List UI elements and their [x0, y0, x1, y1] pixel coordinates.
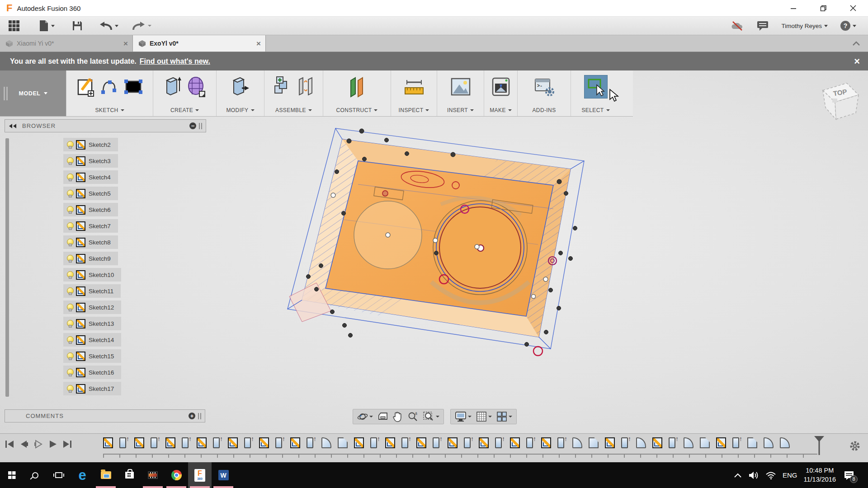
timeline-feature-icon[interactable] — [182, 437, 189, 448]
taskbar-item[interactable] — [24, 462, 47, 488]
form-icon[interactable] — [187, 76, 206, 98]
timeline-feature-icon[interactable] — [764, 437, 774, 448]
press-pull-icon[interactable] — [231, 76, 250, 98]
timeline-feature-icon[interactable] — [370, 437, 377, 448]
clock[interactable]: 10:48 PM 11/13/2016 — [804, 466, 836, 484]
action-center-button[interactable]: 8 — [842, 469, 856, 482]
timeline-feature-icon[interactable] — [165, 437, 175, 448]
timeline-position-marker[interactable] — [814, 436, 825, 457]
save-button[interactable] — [67, 17, 87, 35]
close-button[interactable] — [838, 0, 868, 16]
timeline-feature-icon[interactable] — [669, 437, 675, 448]
browser-sketch-row[interactable]: Sketch12 — [63, 300, 206, 314]
timeline-feature-icon[interactable] — [589, 437, 599, 448]
timeline-feature-icon[interactable] — [307, 437, 313, 448]
rectangle-sketch-icon[interactable] — [123, 78, 143, 96]
timeline-feature-icon[interactable] — [416, 437, 426, 448]
timeline-feature-icon[interactable] — [526, 437, 533, 448]
panel-grip[interactable] — [198, 413, 201, 419]
go-to-start-button[interactable] — [5, 439, 14, 449]
wifi-icon[interactable] — [765, 471, 776, 480]
taskbar-item[interactable] — [0, 462, 24, 488]
panel-grip[interactable] — [199, 123, 202, 129]
browser-header[interactable]: BROWSER − — [5, 119, 206, 132]
timeline-feature-icon[interactable] — [747, 437, 757, 448]
taskbar-item[interactable]: e — [71, 462, 94, 488]
tab-close-icon[interactable]: × — [256, 40, 261, 47]
user-account-button[interactable]: Timothy Reyes — [777, 23, 832, 29]
scripts-addins-icon[interactable]: >- — [533, 76, 555, 97]
visibility-bulb-icon[interactable] — [67, 352, 73, 360]
visibility-bulb-icon[interactable] — [67, 239, 73, 246]
browser-sketch-row[interactable]: Sketch8 — [63, 235, 206, 249]
joint-icon[interactable] — [297, 76, 315, 98]
timeline-feature-icon[interactable] — [290, 437, 300, 448]
undo-button[interactable] — [94, 17, 123, 35]
visibility-bulb-icon[interactable] — [67, 190, 73, 197]
volume-icon[interactable] — [748, 471, 759, 480]
browser-sketch-row[interactable]: Sketch3 — [63, 154, 206, 168]
browser-sketch-row[interactable]: Sketch4 — [63, 170, 206, 184]
go-to-end-button[interactable] — [62, 439, 72, 449]
play-button[interactable] — [48, 439, 58, 449]
grid-snap-button[interactable] — [475, 410, 493, 423]
3d-print-icon[interactable] — [491, 76, 511, 97]
insert-image-icon[interactable] — [450, 77, 471, 96]
taskbar-item[interactable] — [165, 462, 188, 488]
zoom-button[interactable]: ± — [406, 410, 420, 423]
whats-new-link[interactable]: Find out what's new. — [140, 57, 210, 66]
document-tab-xiaomi[interactable]: Xiaomi Yi v0* × — [0, 35, 133, 52]
fit-button[interactable] — [421, 410, 441, 423]
browser-sketch-row[interactable]: Sketch9 — [63, 252, 206, 265]
visibility-bulb-icon[interactable] — [67, 222, 73, 230]
restore-button[interactable] — [808, 0, 838, 16]
make-menu-button[interactable]: MAKE — [490, 107, 512, 113]
browser-sketch-row[interactable]: Sketch10 — [63, 268, 206, 282]
timeline-feature-icon[interactable] — [479, 437, 489, 448]
measure-icon[interactable] — [403, 77, 425, 97]
cad-model[interactable] — [288, 128, 584, 356]
construct-menu-button[interactable]: CONSTRUCT — [336, 107, 378, 113]
browser-sketch-row[interactable]: Sketch7 — [63, 219, 206, 233]
select-menu-button[interactable]: SELECT — [581, 107, 609, 113]
browser-collapse-icon[interactable]: − — [189, 122, 196, 129]
viewports-button[interactable] — [495, 410, 514, 423]
visibility-bulb-icon[interactable] — [67, 271, 73, 279]
app-grid-button[interactable] — [4, 17, 24, 35]
timeline-feature-icon[interactable] — [557, 437, 564, 448]
timeline-feature-icon[interactable] — [621, 437, 628, 448]
step-forward-button[interactable] — [33, 439, 43, 449]
browser-sketch-row[interactable]: Sketch5 — [63, 187, 206, 200]
timeline-feature-icon[interactable] — [652, 437, 662, 448]
timeline-feature-icon[interactable] — [700, 437, 710, 448]
timeline-feature-icon[interactable] — [433, 437, 439, 448]
timeline-feature-icon[interactable] — [197, 437, 207, 448]
workspace-selector[interactable]: MODEL — [0, 70, 66, 116]
create-menu-button[interactable]: CREATE — [170, 107, 199, 113]
timeline-feature-icon[interactable] — [119, 437, 126, 448]
comments-expand-icon[interactable]: + — [189, 413, 195, 419]
comments-header[interactable]: COMMENTS + — [5, 409, 205, 422]
extrude-icon[interactable] — [164, 76, 182, 98]
visibility-bulb-icon[interactable] — [67, 141, 73, 149]
browser-sketch-row[interactable]: Sketch16 — [63, 366, 206, 379]
timeline-feature-icon[interactable] — [495, 437, 502, 448]
browser-sketch-row[interactable]: Sketch15 — [63, 349, 206, 363]
create-sketch-icon[interactable] — [76, 76, 96, 97]
browser-sketch-row[interactable]: Sketch13 — [63, 317, 206, 330]
select-tool-button[interactable] — [584, 75, 608, 99]
minimize-button[interactable] — [778, 0, 808, 16]
timeline-feature-icon[interactable] — [338, 437, 348, 448]
timeline-feature-icon[interactable] — [151, 437, 157, 448]
browser-sketch-row[interactable]: Sketch11 — [63, 284, 206, 298]
timeline-feature-icon[interactable] — [244, 437, 251, 448]
timeline-feature-icon[interactable] — [275, 437, 282, 448]
pan-button[interactable] — [392, 410, 404, 423]
timeline-feature-icon[interactable] — [541, 437, 551, 448]
orbit-button[interactable] — [356, 410, 374, 423]
timeline-feature-icon[interactable] — [103, 437, 113, 448]
taskbar-item[interactable]: F360 — [188, 462, 212, 488]
browser-sketch-row[interactable]: Sketch17 — [63, 382, 206, 395]
timeline-feature-icon[interactable] — [716, 437, 726, 448]
look-at-button[interactable] — [376, 411, 390, 422]
